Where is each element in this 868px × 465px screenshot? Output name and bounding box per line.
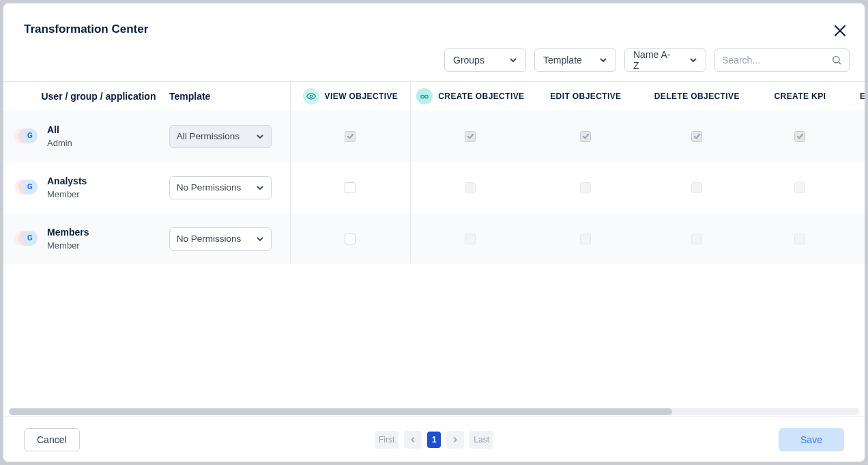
group-role: Member [47, 240, 89, 251]
group-name: Members [47, 227, 89, 238]
permission-checkbox[interactable] [465, 234, 476, 244]
horizontal-scrollbar[interactable] [9, 408, 859, 415]
pagination-prev[interactable] [404, 431, 422, 449]
modal-footer: Cancel First 1 Last Save [3, 417, 865, 462]
permission-checkbox[interactable] [345, 234, 356, 244]
eye-icon [303, 88, 319, 104]
permission-cell [411, 213, 530, 264]
save-button[interactable]: Save [779, 428, 844, 451]
svg-point-5 [421, 95, 424, 98]
permission-checkbox[interactable] [465, 182, 476, 193]
filter-template-select[interactable]: Template [534, 48, 616, 72]
column-header-export-objective: EXPORT OBJECTIVE [848, 82, 865, 111]
search-field[interactable] [714, 48, 850, 72]
permission-checkbox[interactable] [345, 182, 356, 193]
check-icon [796, 132, 804, 140]
search-input[interactable] [722, 55, 826, 66]
group-avatar: G [14, 128, 39, 145]
filter-bar: Groups Template Name A-Z [3, 39, 865, 81]
permission-checkbox[interactable] [691, 234, 702, 244]
svg-point-2 [833, 57, 839, 63]
permission-cell [641, 213, 753, 264]
filter-sort-label: Name A-Z [633, 49, 673, 71]
template-cell: All Permissions [169, 111, 290, 162]
permission-checkbox[interactable] [691, 182, 702, 193]
scrollbar-thumb[interactable] [9, 408, 672, 415]
column-header-create-kpi: CREATE KPI [753, 82, 848, 111]
close-icon [832, 23, 848, 39]
template-select-value: All Permissions [177, 131, 240, 141]
permission-cell [411, 162, 530, 213]
user-cell: G All Admin [3, 111, 169, 162]
template-select[interactable]: No Permissions [169, 176, 272, 199]
pagination-next[interactable] [446, 431, 464, 449]
permission-cell [291, 111, 410, 162]
permission-checkbox[interactable] [794, 131, 805, 142]
check-icon [693, 132, 701, 140]
permission-cell [848, 111, 865, 162]
template-select-value: No Permissions [177, 182, 242, 193]
group-role: Member [47, 189, 87, 199]
permission-checkbox[interactable] [794, 234, 805, 244]
permission-cell [753, 111, 848, 162]
permission-cell [411, 111, 530, 162]
close-button[interactable] [832, 23, 848, 39]
pagination-first[interactable]: First [375, 431, 399, 449]
svg-point-6 [425, 95, 429, 98]
cancel-button[interactable]: Cancel [24, 428, 80, 451]
column-header-delete-objective: DELETE OBJECTIVE [641, 82, 753, 111]
filter-groups-select[interactable]: Groups [444, 48, 526, 72]
group-role: Admin [47, 138, 72, 148]
table-row: G Analysts Member No Permissions [3, 162, 865, 213]
permission-checkbox[interactable] [794, 182, 805, 193]
permissions-table: User / group / application Template VIEW… [3, 81, 865, 417]
user-cell: G Members Member [3, 213, 169, 264]
search-icon [831, 55, 842, 66]
pagination-page-current[interactable]: 1 [427, 432, 441, 448]
table-row: G All Admin All Permissions [3, 111, 865, 162]
permission-checkbox[interactable] [691, 131, 702, 142]
permission-checkbox[interactable] [580, 131, 591, 142]
chevron-down-icon [689, 56, 697, 64]
group-avatar: G [14, 231, 39, 247]
permission-checkbox[interactable] [465, 131, 476, 142]
user-cell: G Analysts Member [3, 162, 169, 213]
chevron-down-icon [599, 56, 607, 64]
permission-checkbox[interactable] [580, 182, 591, 193]
table-header-row: User / group / application Template VIEW… [3, 82, 865, 111]
template-select[interactable]: All Permissions [169, 125, 272, 148]
chevron-down-icon [256, 235, 264, 243]
template-select[interactable]: No Permissions [169, 227, 272, 251]
svg-point-4 [310, 95, 313, 98]
column-header-user: User / group / application [3, 82, 169, 111]
permission-cell [641, 111, 753, 162]
chevron-left-icon [409, 436, 416, 443]
check-icon [582, 132, 590, 140]
filter-sort-select[interactable]: Name A-Z [624, 48, 706, 72]
table-row: G Members Member No Permissions [3, 213, 865, 264]
chevron-down-icon [256, 132, 264, 141]
permission-cell [530, 213, 641, 264]
template-cell: No Permissions [169, 162, 290, 213]
modal-title: Transformation Center [24, 23, 148, 36]
svg-line-3 [839, 62, 841, 64]
permission-cell [753, 162, 848, 213]
permission-cell [291, 162, 410, 213]
permission-cell [530, 111, 641, 162]
check-icon [347, 132, 354, 140]
filter-template-label: Template [543, 55, 582, 66]
chevron-down-icon [509, 56, 517, 64]
column-header-view-objective: VIEW OBJECTIVE [291, 82, 410, 111]
chevron-down-icon [256, 184, 264, 192]
column-header-create-objective: CREATE OBJECTIVE [411, 82, 530, 111]
permission-checkbox[interactable] [345, 131, 356, 142]
pagination-last[interactable]: Last [469, 431, 493, 449]
column-header-template: Template [169, 82, 290, 111]
filter-groups-label: Groups [453, 55, 484, 66]
permission-cell [291, 213, 410, 264]
glasses-icon [416, 88, 433, 104]
chevron-right-icon [452, 436, 459, 443]
permission-checkbox[interactable] [580, 234, 591, 244]
group-avatar: G [14, 180, 39, 196]
check-icon [467, 132, 474, 140]
